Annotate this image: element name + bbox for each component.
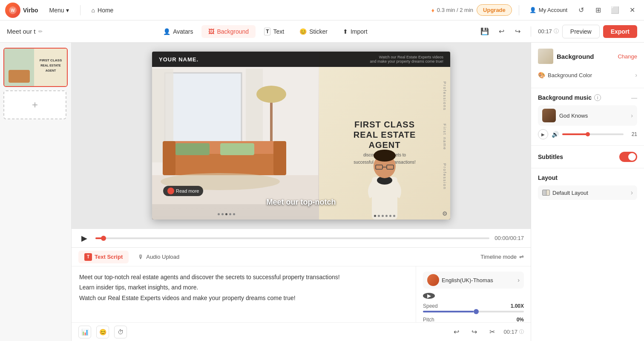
home-icon: ⌂ bbox=[92, 7, 95, 14]
grid-button[interactable]: ⊞ bbox=[591, 3, 605, 17]
layout-section: Layout Default Layout › bbox=[531, 168, 644, 206]
dots-left bbox=[218, 213, 235, 215]
re-title-line1: FIRST CLASS bbox=[354, 119, 416, 130]
layout-selector[interactable]: Default Layout › bbox=[538, 185, 637, 200]
speed-value: 1.00X bbox=[511, 303, 524, 309]
subtitles-toggle[interactable] bbox=[619, 152, 637, 162]
layout-icon bbox=[542, 190, 550, 196]
save-button[interactable]: 💾 bbox=[478, 25, 492, 38]
background-button[interactable]: 🖼 Background bbox=[201, 25, 256, 38]
change-background-button[interactable]: Change bbox=[618, 53, 637, 60]
music-collapse-icon[interactable]: — bbox=[631, 94, 637, 101]
music-volume-thumb bbox=[586, 132, 590, 136]
window-button[interactable]: ⬜ bbox=[608, 3, 622, 17]
window-icon: ⬜ bbox=[611, 6, 619, 14]
avatars-label: Avatars bbox=[173, 28, 193, 35]
progress-bar[interactable] bbox=[95, 237, 489, 239]
music-play-button[interactable]: ▶ bbox=[538, 129, 548, 139]
layout-header: Layout bbox=[538, 174, 637, 181]
dot-2 bbox=[378, 215, 380, 217]
gem-icon: ♦ bbox=[431, 7, 434, 14]
bg-color-text: Background Color bbox=[548, 72, 592, 78]
svg-point-26 bbox=[374, 150, 396, 162]
dot-3 bbox=[382, 215, 384, 217]
script-line-2: Learn insider tips, market insights, and… bbox=[79, 283, 408, 292]
script-redo-button[interactable]: ↪ bbox=[468, 326, 480, 338]
import-button[interactable]: ⬆ Import bbox=[336, 25, 374, 38]
chart-icon: 📊 bbox=[81, 329, 89, 335]
voice-play-button[interactable]: ▶ bbox=[423, 293, 435, 299]
voice-expand-icon: › bbox=[518, 277, 520, 283]
account-area[interactable]: 👤 My Account bbox=[526, 5, 571, 15]
dots-row bbox=[374, 215, 395, 217]
script-settings-button[interactable]: ✂ bbox=[486, 326, 498, 338]
text-script-icon: T bbox=[84, 253, 92, 261]
text-script-tab[interactable]: T Text Script bbox=[78, 251, 129, 263]
side-label-1: Professions bbox=[443, 81, 447, 111]
layout-expand-icon: › bbox=[631, 189, 633, 197]
redo-icon: ↪ bbox=[515, 27, 520, 35]
clock-icon: ⏱ bbox=[118, 329, 124, 335]
audio-upload-tab[interactable]: 🎙 Audio Upload bbox=[132, 251, 185, 263]
export-button[interactable]: Export bbox=[603, 25, 637, 38]
bg-color-row: 🎨 Background Color › bbox=[538, 68, 637, 82]
history-button[interactable]: ↺ bbox=[574, 3, 588, 17]
svg-rect-4 bbox=[34, 49, 67, 86]
bg-color-expand-icon[interactable]: › bbox=[635, 72, 637, 78]
clock-button[interactable]: ⏱ bbox=[114, 326, 127, 338]
speed-label: Speed bbox=[423, 303, 438, 309]
voice-selector[interactable]: English(UK)-Thomas › bbox=[423, 272, 524, 289]
svg-rect-21 bbox=[220, 143, 254, 155]
upgrade-button[interactable]: Upgrade bbox=[477, 4, 512, 16]
speed-slider[interactable] bbox=[423, 311, 524, 312]
layout-icon-left bbox=[543, 190, 546, 195]
palette-icon: 🎨 bbox=[538, 72, 545, 78]
music-volume-slider[interactable] bbox=[562, 133, 624, 135]
right-panel: Background Change 🎨 Background Color › B… bbox=[531, 43, 644, 341]
dot-l-5 bbox=[233, 213, 235, 215]
music-info-icon: i bbox=[594, 94, 601, 101]
menu-button[interactable]: Menu ▾ bbox=[45, 4, 73, 16]
time-display: 00:17 ⓘ bbox=[538, 28, 559, 35]
speed-label-row: Speed 1.00X bbox=[423, 303, 524, 309]
video-canvas: YOUR NAME. Watch our Real Estate Experts… bbox=[72, 43, 531, 228]
script-tabs: T Text Script 🎙 Audio Upload Timeline mo… bbox=[72, 248, 531, 266]
preview-button[interactable]: Preview bbox=[562, 25, 600, 38]
avatars-button[interactable]: 👤 Avatars bbox=[156, 25, 200, 38]
insert-chart-button[interactable]: 📊 bbox=[78, 326, 91, 338]
home-button[interactable]: ⌂ Home bbox=[87, 4, 118, 16]
close-button[interactable]: ✕ bbox=[625, 3, 639, 17]
settings-icon[interactable]: ⚙ bbox=[442, 210, 448, 217]
script-undo-button[interactable]: ↩ bbox=[450, 326, 463, 338]
progress-thumb bbox=[101, 236, 106, 241]
divider-3 bbox=[531, 26, 531, 37]
save-icon: 💾 bbox=[480, 27, 489, 35]
undo-button[interactable]: ↩ bbox=[495, 25, 508, 38]
divider-1 bbox=[80, 5, 80, 15]
side-label-2: First name bbox=[443, 124, 447, 150]
read-more-popup[interactable]: Read more bbox=[163, 186, 203, 196]
music-volume-fill bbox=[562, 133, 588, 135]
play-button[interactable]: ▶ bbox=[78, 232, 90, 244]
virbo-wm-icon bbox=[167, 188, 174, 194]
playback-bar: ▶ 00:00/00:17 bbox=[72, 228, 531, 247]
music-section: Background music i — God Knows › ▶ 🔊 21 bbox=[531, 88, 644, 146]
pitch-value: 0% bbox=[517, 317, 524, 322]
add-slide-button[interactable]: + bbox=[3, 90, 66, 119]
redo-button[interactable]: ↪ bbox=[511, 25, 524, 38]
timeline-mode-button[interactable]: Timeline mode ⇌ bbox=[480, 254, 524, 260]
music-expand-icon[interactable]: › bbox=[631, 112, 633, 119]
background-section-header: Background Change bbox=[538, 49, 637, 64]
script-undo-icon: ↩ bbox=[454, 328, 459, 336]
text-button[interactable]: T Text bbox=[257, 25, 291, 38]
script-time-value: 00:17 bbox=[503, 329, 518, 335]
slide-1-thumb[interactable]: 1 FIRST CLASS REAL ESTATE AGENT bbox=[3, 48, 68, 87]
script-text-input[interactable]: Meet our top-notch real estate agents an… bbox=[72, 266, 416, 322]
toolbar: Meet our t ✏ 👤 Avatars 🖼 Background T Te… bbox=[0, 20, 644, 43]
emoji-button[interactable]: 😊 bbox=[96, 326, 109, 338]
sticker-button[interactable]: 😊 Sticker bbox=[293, 25, 334, 38]
history-icon: ↺ bbox=[578, 6, 584, 14]
pitch-param: Pitch 0% bbox=[423, 317, 524, 322]
edit-title-icon[interactable]: ✏ bbox=[38, 29, 43, 35]
main-area: 1 FIRST CLASS REAL ESTATE AGENT + bbox=[0, 43, 644, 341]
